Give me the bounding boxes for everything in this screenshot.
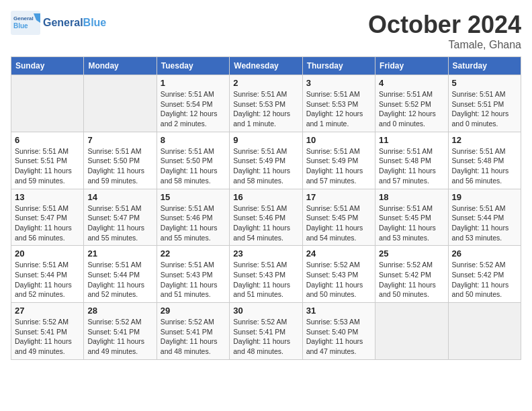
day-info: Sunrise: 5:51 AMSunset: 5:48 PMDaylight:…: [452, 146, 517, 186]
calendar-cell: 11Sunrise: 5:51 AMSunset: 5:48 PMDayligh…: [375, 132, 448, 189]
weekday-header-tuesday: Tuesday: [157, 57, 229, 75]
calendar-cell: 14Sunrise: 5:51 AMSunset: 5:47 PMDayligh…: [84, 189, 157, 246]
day-info: Sunrise: 5:52 AMSunset: 5:41 PMDaylight:…: [15, 317, 80, 357]
day-info: Sunrise: 5:52 AMSunset: 5:42 PMDaylight:…: [452, 260, 517, 300]
day-number: 3: [306, 78, 371, 88]
day-number: 12: [452, 135, 517, 145]
weekday-header-thursday: Thursday: [302, 57, 375, 75]
weekday-header-saturday: Saturday: [448, 57, 521, 75]
calendar-cell: 20Sunrise: 5:51 AMSunset: 5:44 PMDayligh…: [11, 246, 84, 303]
calendar-cell: 7Sunrise: 5:51 AMSunset: 5:50 PMDaylight…: [84, 132, 157, 189]
calendar-cell: [11, 75, 84, 132]
logo: General Blue General Blue: [11, 11, 106, 35]
day-number: 26: [452, 248, 517, 259]
day-number: 6: [15, 135, 80, 145]
calendar-week-row: 20Sunrise: 5:51 AMSunset: 5:44 PMDayligh…: [11, 246, 521, 303]
calendar-cell: [448, 303, 521, 360]
day-info: Sunrise: 5:52 AMSunset: 5:41 PMDaylight:…: [233, 317, 298, 357]
logo-blue: Blue: [83, 17, 107, 29]
day-info: Sunrise: 5:52 AMSunset: 5:41 PMDaylight:…: [161, 317, 226, 357]
logo-text: General Blue: [43, 17, 106, 29]
weekday-header-wednesday: Wednesday: [230, 57, 302, 75]
day-number: 21: [87, 248, 152, 259]
calendar-cell: 19Sunrise: 5:51 AMSunset: 5:44 PMDayligh…: [448, 189, 521, 246]
calendar-cell: 9Sunrise: 5:51 AMSunset: 5:49 PMDaylight…: [230, 132, 302, 189]
day-number: 14: [87, 192, 152, 202]
day-number: 9: [233, 135, 298, 145]
day-info: Sunrise: 5:51 AMSunset: 5:44 PMDaylight:…: [87, 260, 152, 300]
calendar-cell: [375, 303, 448, 360]
weekday-header-sunday: Sunday: [11, 57, 84, 75]
day-info: Sunrise: 5:51 AMSunset: 5:47 PMDaylight:…: [87, 203, 152, 243]
day-info: Sunrise: 5:51 AMSunset: 5:49 PMDaylight:…: [233, 146, 298, 186]
day-info: Sunrise: 5:51 AMSunset: 5:49 PMDaylight:…: [306, 146, 371, 186]
calendar-cell: 26Sunrise: 5:52 AMSunset: 5:42 PMDayligh…: [448, 246, 521, 303]
calendar-cell: 21Sunrise: 5:51 AMSunset: 5:44 PMDayligh…: [84, 246, 157, 303]
day-number: 10: [306, 135, 371, 145]
day-number: 2: [233, 78, 298, 88]
day-number: 22: [161, 248, 226, 259]
day-info: Sunrise: 5:51 AMSunset: 5:45 PMDaylight:…: [306, 203, 371, 243]
day-info: Sunrise: 5:51 AMSunset: 5:50 PMDaylight:…: [161, 146, 226, 186]
day-number: 23: [233, 248, 298, 259]
day-number: 19: [452, 192, 517, 202]
calendar-cell: 13Sunrise: 5:51 AMSunset: 5:47 PMDayligh…: [11, 189, 84, 246]
day-info: Sunrise: 5:51 AMSunset: 5:43 PMDaylight:…: [233, 260, 298, 300]
calendar-week-row: 13Sunrise: 5:51 AMSunset: 5:47 PMDayligh…: [11, 189, 521, 246]
day-info: Sunrise: 5:51 AMSunset: 5:53 PMDaylight:…: [233, 89, 298, 129]
calendar-cell: 1Sunrise: 5:51 AMSunset: 5:54 PMDaylight…: [157, 75, 229, 132]
day-number: 27: [15, 306, 80, 316]
day-info: Sunrise: 5:52 AMSunset: 5:42 PMDaylight:…: [379, 260, 444, 300]
calendar-cell: 28Sunrise: 5:52 AMSunset: 5:41 PMDayligh…: [84, 303, 157, 360]
logo-icon: General Blue: [11, 11, 40, 35]
calendar-cell: 10Sunrise: 5:51 AMSunset: 5:49 PMDayligh…: [302, 132, 375, 189]
weekday-header-monday: Monday: [84, 57, 157, 75]
day-number: 18: [379, 192, 444, 202]
calendar-cell: 24Sunrise: 5:52 AMSunset: 5:43 PMDayligh…: [302, 246, 375, 303]
title-block: October 2024 Tamale, Ghana: [368, 11, 521, 51]
day-info: Sunrise: 5:51 AMSunset: 5:48 PMDaylight:…: [379, 146, 444, 186]
day-number: 24: [306, 248, 371, 259]
day-info: Sunrise: 5:51 AMSunset: 5:52 PMDaylight:…: [379, 89, 444, 129]
month-title: October 2024: [368, 11, 521, 39]
calendar-cell: 30Sunrise: 5:52 AMSunset: 5:41 PMDayligh…: [230, 303, 302, 360]
day-info: Sunrise: 5:52 AMSunset: 5:43 PMDaylight:…: [306, 260, 371, 300]
day-info: Sunrise: 5:53 AMSunset: 5:40 PMDaylight:…: [306, 317, 371, 357]
calendar-cell: 29Sunrise: 5:52 AMSunset: 5:41 PMDayligh…: [157, 303, 229, 360]
svg-text:Blue: Blue: [13, 22, 28, 30]
day-info: Sunrise: 5:51 AMSunset: 5:46 PMDaylight:…: [161, 203, 226, 243]
day-info: Sunrise: 5:51 AMSunset: 5:45 PMDaylight:…: [379, 203, 444, 243]
calendar-cell: 12Sunrise: 5:51 AMSunset: 5:48 PMDayligh…: [448, 132, 521, 189]
calendar-cell: 18Sunrise: 5:51 AMSunset: 5:45 PMDayligh…: [375, 189, 448, 246]
calendar-cell: 23Sunrise: 5:51 AMSunset: 5:43 PMDayligh…: [230, 246, 302, 303]
day-info: Sunrise: 5:51 AMSunset: 5:46 PMDaylight:…: [233, 203, 298, 243]
day-number: 4: [379, 78, 444, 88]
calendar-cell: 17Sunrise: 5:51 AMSunset: 5:45 PMDayligh…: [302, 189, 375, 246]
day-number: 7: [87, 135, 152, 145]
day-number: 16: [233, 192, 298, 202]
calendar-cell: [84, 75, 157, 132]
location-subtitle: Tamale, Ghana: [368, 39, 521, 51]
day-number: 17: [306, 192, 371, 202]
calendar-cell: 25Sunrise: 5:52 AMSunset: 5:42 PMDayligh…: [375, 246, 448, 303]
calendar-cell: 22Sunrise: 5:51 AMSunset: 5:43 PMDayligh…: [157, 246, 229, 303]
calendar-header: SundayMondayTuesdayWednesdayThursdayFrid…: [11, 57, 521, 75]
day-number: 30: [233, 306, 298, 316]
day-number: 15: [161, 192, 226, 202]
day-number: 11: [379, 135, 444, 145]
calendar-cell: 5Sunrise: 5:51 AMSunset: 5:51 PMDaylight…: [448, 75, 521, 132]
calendar-week-row: 6Sunrise: 5:51 AMSunset: 5:51 PMDaylight…: [11, 132, 521, 189]
calendar-week-row: 27Sunrise: 5:52 AMSunset: 5:41 PMDayligh…: [11, 303, 521, 360]
calendar-cell: 16Sunrise: 5:51 AMSunset: 5:46 PMDayligh…: [230, 189, 302, 246]
calendar-cell: 3Sunrise: 5:51 AMSunset: 5:53 PMDaylight…: [302, 75, 375, 132]
calendar-table: SundayMondayTuesdayWednesdayThursdayFrid…: [11, 56, 521, 360]
page-header: General Blue General Blue October 2024 T…: [11, 11, 521, 51]
calendar-cell: 31Sunrise: 5:53 AMSunset: 5:40 PMDayligh…: [302, 303, 375, 360]
day-number: 31: [306, 306, 371, 316]
day-number: 1: [161, 78, 226, 88]
day-info: Sunrise: 5:52 AMSunset: 5:41 PMDaylight:…: [87, 317, 152, 357]
day-info: Sunrise: 5:51 AMSunset: 5:44 PMDaylight:…: [452, 203, 517, 243]
calendar-cell: 6Sunrise: 5:51 AMSunset: 5:51 PMDaylight…: [11, 132, 84, 189]
day-number: 25: [379, 248, 444, 259]
day-number: 29: [161, 306, 226, 316]
